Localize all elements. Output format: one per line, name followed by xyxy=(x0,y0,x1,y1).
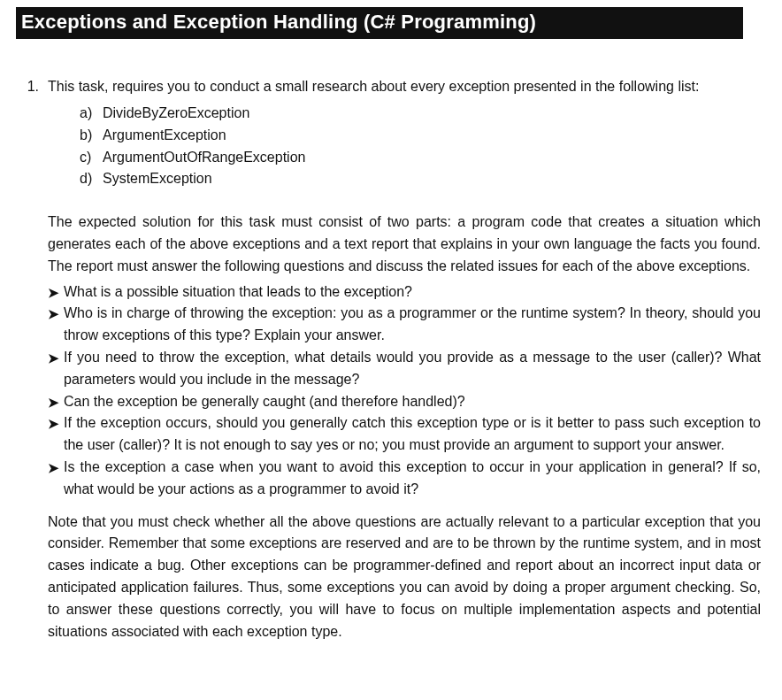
list-text: If you need to throw the exception, what… xyxy=(64,347,761,391)
list-text: ArgumentException xyxy=(103,125,761,147)
exception-list: a) DivideByZeroException b) ArgumentExce… xyxy=(80,103,761,190)
list-item: d) SystemException xyxy=(80,168,761,190)
task-item: 1. This task, requires you to conduct a … xyxy=(16,76,761,642)
arrow-icon: ➤ xyxy=(48,303,64,324)
list-text: If the exception occurs, should you gene… xyxy=(64,412,761,457)
list-item: ➤ Can the exception be generally caught … xyxy=(48,391,761,413)
list-item: c) ArgumentOutOfRangeException xyxy=(80,147,761,169)
list-item: ➤ Is the exception a case when you want … xyxy=(48,457,761,501)
list-text: Who is in charge of throwing the excepti… xyxy=(64,303,761,347)
list-text: DivideByZeroException xyxy=(103,103,761,125)
list-text: Can the exception be generally caught (a… xyxy=(64,391,761,413)
arrow-icon: ➤ xyxy=(48,281,64,303)
arrow-icon: ➤ xyxy=(48,457,64,478)
list-item: ➤ If the exception occurs, should you ge… xyxy=(48,412,761,457)
page-title: Exceptions and Exception Handling (C# Pr… xyxy=(16,7,743,39)
list-text: ArgumentOutOfRangeException xyxy=(103,147,761,169)
list-text: What is a possible situation that leads … xyxy=(64,281,761,304)
list-text: SystemException xyxy=(103,168,761,190)
list-item: b) ArgumentException xyxy=(80,125,761,147)
list-item: ➤ What is a possible situation that lead… xyxy=(48,281,761,304)
list-label: c) xyxy=(80,147,103,169)
arrow-icon: ➤ xyxy=(48,412,64,434)
note-paragraph: Note that you must check whether all the… xyxy=(48,512,761,643)
list-item: a) DivideByZeroException xyxy=(80,103,761,125)
arrow-icon: ➤ xyxy=(48,347,64,368)
list-label: a) xyxy=(80,103,103,125)
solution-intro: The expected solution for this task must… xyxy=(48,212,761,277)
task-body: This task, requires you to conduct a sma… xyxy=(48,76,761,642)
document-page: Exceptions and Exception Handling (C# Pr… xyxy=(0,0,782,664)
task-number: 1. xyxy=(16,76,48,97)
list-item: ➤ Who is in charge of throwing the excep… xyxy=(48,303,761,347)
task-intro: This task, requires you to conduct a sma… xyxy=(48,76,761,97)
list-text: Is the exception a case when you want to… xyxy=(64,457,761,501)
question-list: ➤ What is a possible situation that lead… xyxy=(48,281,761,501)
list-item: ➤ If you need to throw the exception, wh… xyxy=(48,347,761,391)
list-label: b) xyxy=(80,125,103,147)
list-label: d) xyxy=(80,168,103,190)
arrow-icon: ➤ xyxy=(48,391,64,412)
